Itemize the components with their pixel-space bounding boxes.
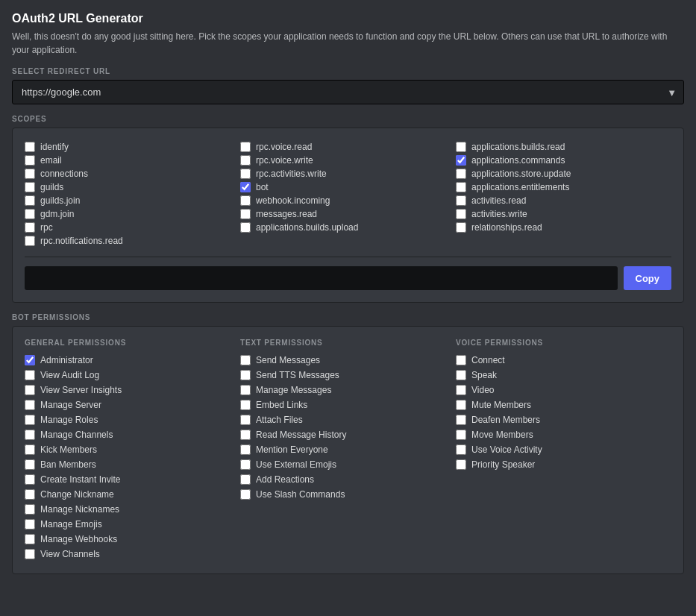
scope-applications-builds-upload-label[interactable]: applications.builds.upload xyxy=(256,222,358,233)
scope-activities-write-checkbox[interactable] xyxy=(456,209,466,219)
perm-priority-speaker-checkbox[interactable] xyxy=(456,459,466,470)
perm-mute-members-checkbox[interactable] xyxy=(456,400,466,410)
perm-ban-members-checkbox[interactable] xyxy=(25,459,35,470)
perm-manage-emojis-checkbox[interactable] xyxy=(25,519,35,529)
perm-kick-members-label[interactable]: Kick Members xyxy=(40,444,97,455)
scope-bot-label[interactable]: bot xyxy=(256,182,269,192)
perm-video-label[interactable]: Video xyxy=(471,385,494,395)
perm-speak-label[interactable]: Speak xyxy=(471,370,497,380)
scope-relationships-read-checkbox[interactable] xyxy=(456,222,466,233)
copy-button[interactable]: Copy xyxy=(624,266,672,290)
perm-priority-speaker-label[interactable]: Priority Speaker xyxy=(471,459,535,470)
perm-manage-roles-label[interactable]: Manage Roles xyxy=(40,415,98,425)
scope-applications-store-update-label[interactable]: applications.store.update xyxy=(471,169,571,179)
scope-activities-read-checkbox[interactable] xyxy=(456,195,466,206)
perm-view-channels-checkbox[interactable] xyxy=(25,549,35,559)
scope-connections-checkbox[interactable] xyxy=(25,169,35,179)
perm-create-invite-label[interactable]: Create Instant Invite xyxy=(40,474,120,485)
scope-rpc-voice-write-label[interactable]: rpc.voice.write xyxy=(256,155,313,166)
perm-send-tts-checkbox[interactable] xyxy=(240,370,251,380)
perm-add-reactions-label[interactable]: Add Reactions xyxy=(256,474,314,485)
perm-mention-everyone-label[interactable]: Mention Everyone xyxy=(256,444,328,455)
perm-administrator-label[interactable]: Administrator xyxy=(40,355,93,365)
scope-applications-entitlements-checkbox[interactable] xyxy=(456,182,466,192)
perm-manage-server-checkbox[interactable] xyxy=(25,400,35,410)
perm-manage-channels-label[interactable]: Manage Channels xyxy=(40,430,113,440)
perm-deafen-members-checkbox[interactable] xyxy=(456,415,466,425)
scope-rpc-voice-read-label[interactable]: rpc.voice.read xyxy=(256,142,312,152)
scope-activities-read-label[interactable]: activities.read xyxy=(471,195,526,206)
perm-manage-nicknames-checkbox[interactable] xyxy=(25,504,35,515)
perm-manage-webhooks-label[interactable]: Manage Webhooks xyxy=(40,534,117,544)
perm-send-tts-label[interactable]: Send TTS Messages xyxy=(256,370,339,380)
perm-view-channels-label[interactable]: View Channels xyxy=(40,549,100,559)
scope-activities-write-label[interactable]: activities.write xyxy=(471,209,527,219)
scope-guilds-join-checkbox[interactable] xyxy=(25,195,35,206)
scope-rpc-label[interactable]: rpc xyxy=(40,222,53,233)
perm-video-checkbox[interactable] xyxy=(456,385,466,395)
perm-read-message-history-checkbox[interactable] xyxy=(240,430,251,440)
perm-add-reactions-checkbox[interactable] xyxy=(240,474,251,485)
perm-manage-messages-checkbox[interactable] xyxy=(240,385,251,395)
perm-manage-webhooks-checkbox[interactable] xyxy=(25,534,35,544)
perm-mention-everyone-checkbox[interactable] xyxy=(240,444,251,455)
scope-rpc-activities-write-label[interactable]: rpc.activities.write xyxy=(256,169,327,179)
perm-use-slash-commands-checkbox[interactable] xyxy=(240,489,251,500)
scope-gdm-join-checkbox[interactable] xyxy=(25,209,35,219)
scope-rpc-activities-write-checkbox[interactable] xyxy=(240,169,251,179)
scope-connections-label[interactable]: connections xyxy=(40,169,88,179)
scope-identify-checkbox[interactable] xyxy=(25,142,35,152)
scope-webhook-incoming-checkbox[interactable] xyxy=(240,195,251,206)
perm-mute-members-label[interactable]: Mute Members xyxy=(471,400,531,410)
perm-speak-checkbox[interactable] xyxy=(456,370,466,380)
perm-send-messages-label[interactable]: Send Messages xyxy=(256,355,320,365)
scope-rpc-notifications-label[interactable]: rpc.notifications.read xyxy=(40,236,123,246)
scope-relationships-read-label[interactable]: relationships.read xyxy=(471,222,542,233)
scope-gdm-join-label[interactable]: gdm.join xyxy=(40,209,74,219)
perm-connect-checkbox[interactable] xyxy=(456,355,466,365)
scope-messages-read-checkbox[interactable] xyxy=(240,209,251,219)
scope-applications-commands-checkbox[interactable] xyxy=(456,155,466,166)
scope-webhook-incoming-label[interactable]: webhook.incoming xyxy=(256,195,330,206)
perm-move-members-checkbox[interactable] xyxy=(456,430,466,440)
scope-guilds-join-label[interactable]: guilds.join xyxy=(40,195,80,206)
scope-applications-entitlements-label[interactable]: applications.entitlements xyxy=(471,182,569,192)
perm-connect-label[interactable]: Connect xyxy=(471,355,505,365)
perm-use-voice-activity-checkbox[interactable] xyxy=(456,444,466,455)
perm-manage-nicknames-label[interactable]: Manage Nicknames xyxy=(40,504,119,515)
scope-applications-builds-upload-checkbox[interactable] xyxy=(240,222,251,233)
perm-view-audit-log-checkbox[interactable] xyxy=(25,370,35,380)
scope-email-label[interactable]: email xyxy=(40,155,62,166)
perm-move-members-label[interactable]: Move Members xyxy=(471,430,533,440)
scope-rpc-notifications-checkbox[interactable] xyxy=(25,236,35,246)
perm-use-voice-activity-label[interactable]: Use Voice Activity xyxy=(471,444,542,455)
perm-manage-messages-label[interactable]: Manage Messages xyxy=(256,385,331,395)
perm-change-nickname-checkbox[interactable] xyxy=(25,489,35,500)
perm-use-external-emojis-label[interactable]: Use External Emojis xyxy=(256,459,336,470)
redirect-url-select[interactable]: https://google.com xyxy=(12,80,684,104)
perm-attach-files-checkbox[interactable] xyxy=(240,415,251,425)
scope-guilds-label[interactable]: guilds xyxy=(40,182,63,192)
perm-view-audit-log-label[interactable]: View Audit Log xyxy=(40,370,99,380)
scope-applications-commands-label[interactable]: applications.commands xyxy=(471,155,565,166)
perm-manage-channels-checkbox[interactable] xyxy=(25,430,35,440)
scope-rpc-voice-write-checkbox[interactable] xyxy=(240,155,251,166)
perm-manage-server-label[interactable]: Manage Server xyxy=(40,400,101,410)
perm-embed-links-checkbox[interactable] xyxy=(240,400,251,410)
perm-use-external-emojis-checkbox[interactable] xyxy=(240,459,251,470)
scope-applications-builds-read-label[interactable]: applications.builds.read xyxy=(471,142,565,152)
perm-manage-roles-checkbox[interactable] xyxy=(25,415,35,425)
perm-deafen-members-label[interactable]: Deafen Members xyxy=(471,415,540,425)
scope-applications-store-update-checkbox[interactable] xyxy=(456,169,466,179)
perm-view-server-insights-label[interactable]: View Server Insights xyxy=(40,385,122,395)
perm-kick-members-checkbox[interactable] xyxy=(25,444,35,455)
perm-ban-members-label[interactable]: Ban Members xyxy=(40,459,96,470)
perm-manage-emojis-label[interactable]: Manage Emojis xyxy=(40,519,102,529)
perm-change-nickname-label[interactable]: Change Nickname xyxy=(40,489,114,500)
scope-guilds-checkbox[interactable] xyxy=(25,182,35,192)
scope-rpc-voice-read-checkbox[interactable] xyxy=(240,142,251,152)
perm-administrator-checkbox[interactable] xyxy=(25,355,35,365)
perm-read-message-history-label[interactable]: Read Message History xyxy=(256,430,346,440)
scope-bot-checkbox[interactable] xyxy=(240,182,251,192)
scope-rpc-checkbox[interactable] xyxy=(25,222,35,233)
